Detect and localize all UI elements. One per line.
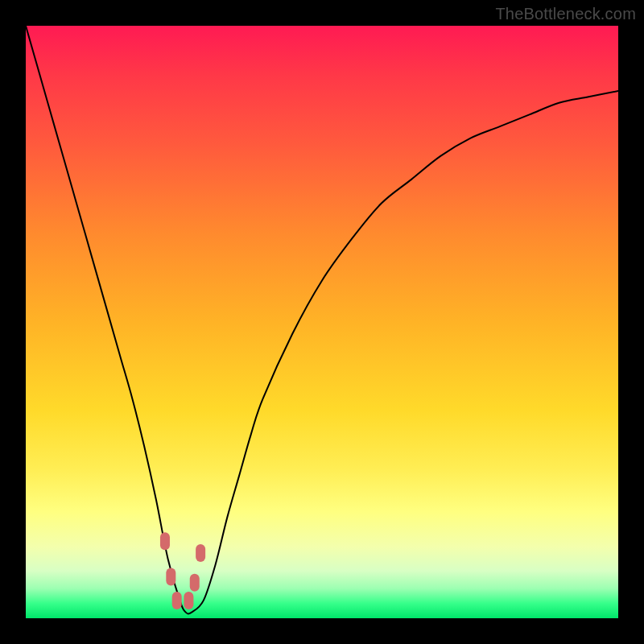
bottleneck-curve (26, 26, 618, 613)
trough-markers (160, 532, 205, 609)
plot-area (26, 26, 618, 618)
trough-marker (184, 592, 193, 609)
trough-marker (172, 592, 182, 609)
trough-marker (196, 544, 205, 562)
trough-marker (160, 532, 170, 550)
watermark-text: TheBottleneck.com (495, 5, 636, 23)
trough-marker (166, 568, 175, 585)
chart-frame: TheBottleneck.com (0, 0, 644, 644)
curve-layer (26, 26, 618, 618)
trough-marker (190, 574, 200, 592)
